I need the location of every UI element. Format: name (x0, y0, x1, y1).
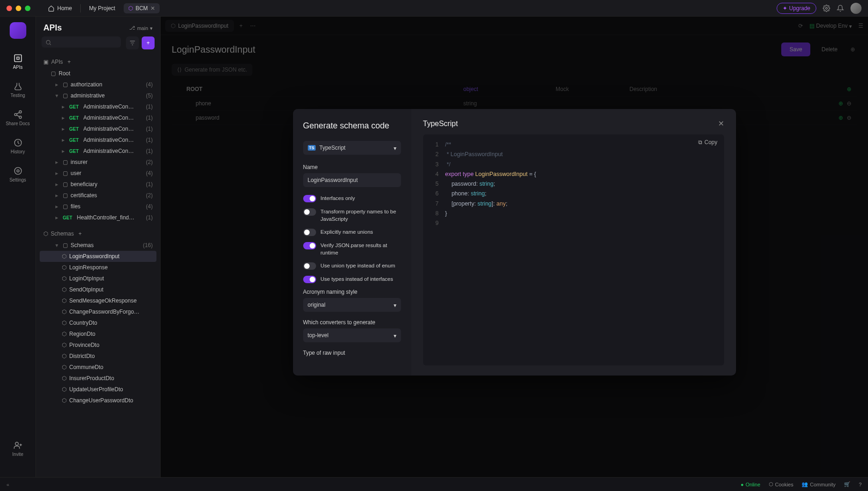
chevron-down-icon: ▾ (394, 302, 396, 309)
collapse-sidebar-button[interactable]: « (6, 482, 9, 487)
schema-item[interactable]: ⬡DistrictDto (40, 351, 156, 362)
window-controls (6, 6, 30, 11)
apis-section[interactable]: ▣ APIs + (40, 56, 156, 68)
code-language: TypeScript (423, 120, 458, 128)
upgrade-label: Upgrade (789, 5, 810, 12)
copy-label: Copy (704, 139, 717, 145)
community-link[interactable]: 👥 Community (802, 481, 836, 487)
folder-administrative[interactable]: ▾▢administrative (5) (40, 90, 156, 101)
schema-item[interactable]: ⬡InsurerProductDto (40, 373, 156, 384)
rail-share[interactable]: Share Docs (0, 108, 36, 128)
schema-item[interactable]: ⬡UpdateUserProfileDto (40, 384, 156, 395)
root-folder[interactable]: ▢Root (40, 68, 156, 79)
folder-user[interactable]: ▸▢user (4) (40, 168, 156, 179)
home-link[interactable]: Home (44, 3, 76, 13)
schema-item[interactable]: ⬡RegionDto (40, 328, 156, 339)
schema-item[interactable]: ⬡ProvinceDto (40, 339, 156, 351)
copy-button[interactable]: ⧉ Copy (698, 139, 717, 145)
user-avatar[interactable] (850, 3, 862, 14)
cart-icon[interactable]: 🛒 (844, 481, 850, 487)
project-link[interactable]: My Project (85, 3, 119, 13)
name-input[interactable] (303, 173, 401, 187)
project-tab[interactable]: ⬡ BCM ✕ (124, 3, 160, 13)
close-window[interactable] (6, 6, 12, 11)
converters-select[interactable]: top-level ▾ (303, 328, 401, 342)
toggle-switch[interactable] (303, 195, 316, 202)
acronym-select[interactable]: original ▾ (303, 298, 401, 312)
schema-item[interactable]: ⬡CommuneDto (40, 362, 156, 373)
language-select[interactable]: TS TypeScript ▾ (303, 141, 401, 155)
toggle-switch[interactable] (303, 208, 316, 216)
endpoint-item[interactable]: ▸GETAdministrativeCon… (1) (40, 145, 156, 157)
endpoint-item[interactable]: ▸GETHealthController_find… (1) (40, 212, 156, 223)
filter-button[interactable] (126, 36, 139, 49)
rail-testing[interactable]: Testing (0, 80, 36, 100)
maximize-window[interactable] (25, 6, 30, 11)
rail-apis[interactable]: APIs (0, 52, 36, 72)
minimize-window[interactable] (16, 6, 21, 11)
help-icon[interactable]: ? (859, 482, 862, 487)
folder-files[interactable]: ▸▢files (4) (40, 201, 156, 212)
nav-rail: APIs Testing Share Docs History Settings… (0, 17, 36, 477)
cookies-button[interactable]: ⬡ Cookies (769, 481, 794, 487)
code-line: 4export type LoginPasswordInput = { (430, 170, 718, 179)
copy-icon: ⧉ (698, 139, 702, 145)
bell-icon[interactable] (837, 5, 844, 12)
add-button[interactable]: + (142, 36, 155, 49)
schema-item[interactable]: ⬡ChangeUserPasswordDto (40, 395, 156, 406)
schemas-section[interactable]: ⬡ Schemas + (40, 228, 156, 240)
close-tab-button[interactable]: ✕ (150, 5, 155, 12)
svg-point-4 (19, 116, 21, 118)
invite-icon (13, 441, 23, 450)
toggle-label: Interfaces only (321, 194, 355, 202)
acronym-value: original (308, 302, 326, 308)
branch-icon: ⎇ (129, 25, 135, 31)
endpoint-item[interactable]: ▸GETAdministrativeCon… (1) (40, 134, 156, 145)
online-status[interactable]: ● Online (741, 482, 760, 487)
gear-icon[interactable] (823, 5, 830, 12)
schema-item[interactable]: ⬡LoginPasswordInput (40, 251, 156, 262)
endpoint-item[interactable]: ▸GETAdministrativeCon… (1) (40, 123, 156, 134)
endpoint-item[interactable]: ▸GETAdministrativeCon… (1) (40, 112, 156, 123)
schema-item[interactable]: ⬡ChangePasswordByForgo… (40, 306, 156, 317)
schemas-folder[interactable]: ▾▢Schemas (16) (40, 240, 156, 251)
schema-item[interactable]: ⬡SendOtpInput (40, 284, 156, 295)
language-label: TypeScript (319, 145, 389, 151)
app-logo[interactable] (10, 22, 26, 39)
toggle-label: Explicitly name unions (321, 228, 373, 236)
status-bar: « ● Online ⬡ Cookies 👥 Community 🛒 ? (0, 477, 868, 491)
rail-settings[interactable]: Settings (0, 164, 36, 184)
modal-overlay[interactable]: Generate schema code TS TypeScript ▾ Nam… (161, 17, 868, 477)
rail-history[interactable]: History (0, 136, 36, 156)
search-icon (45, 39, 52, 46)
schema-item[interactable]: ⬡SendMessageOkResponse (40, 295, 156, 306)
svg-rect-1 (14, 55, 21, 62)
toggle-row: Use union type instead of enum (303, 262, 401, 270)
converters-label: Which converters to generate (303, 319, 401, 326)
sidebar-tree: ▣ APIs +▢Root▸▢authorization (4)▾▢admini… (36, 54, 160, 415)
schema-item[interactable]: ⬡LoginResponse (40, 262, 156, 273)
sidebar-heading: APIs (43, 23, 62, 33)
toggle-switch[interactable] (303, 262, 316, 270)
folder-beneficiary[interactable]: ▸▢beneficiary (1) (40, 179, 156, 190)
toggle-switch[interactable] (303, 276, 316, 283)
sparkle-icon: ✦ (783, 5, 787, 12)
upgrade-button[interactable]: ✦ Upgrade (777, 3, 816, 14)
toggle-row: Interfaces only (303, 194, 401, 202)
search-input[interactable] (42, 36, 121, 48)
converters-value: top-level (308, 332, 329, 339)
folder-insurer[interactable]: ▸▢insurer (2) (40, 157, 156, 168)
branch-selector[interactable]: ⎇ main ▾ (129, 25, 153, 31)
schema-item[interactable]: ⬡LoginOtpInput (40, 273, 156, 284)
close-modal-button[interactable]: ✕ (718, 119, 724, 128)
toggle-switch[interactable] (303, 242, 316, 249)
toggle-switch[interactable] (303, 229, 316, 236)
home-label: Home (57, 5, 72, 12)
endpoint-item[interactable]: ▸GETAdministrativeCon… (1) (40, 101, 156, 112)
folder-authorization[interactable]: ▸▢authorization (4) (40, 79, 156, 90)
code-line: 9 (430, 218, 718, 228)
rail-invite[interactable]: Invite (0, 439, 36, 459)
schema-item[interactable]: ⬡CountryDto (40, 317, 156, 328)
folder-certificates[interactable]: ▸▢certificates (2) (40, 190, 156, 201)
code-content[interactable]: 1/**2 * LoginPasswordInput3 */4export ty… (430, 140, 718, 228)
